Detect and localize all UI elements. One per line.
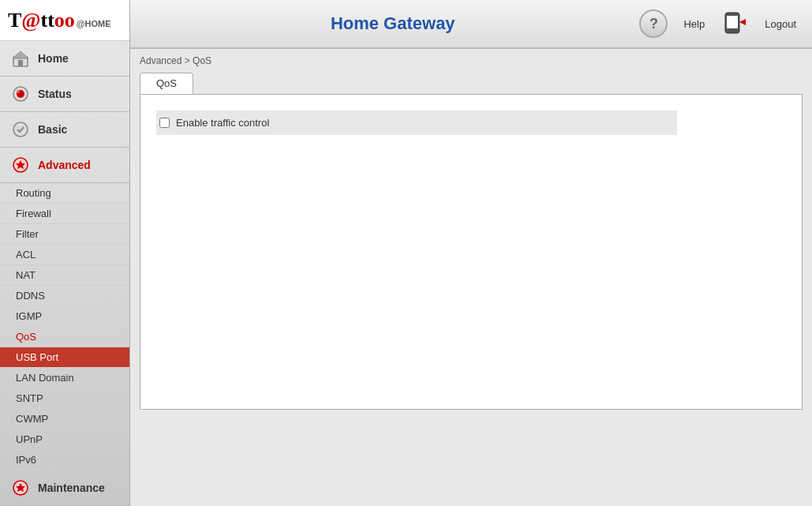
traffic-control-row: Enable traffic control [156,111,677,135]
sidebar-sub-igmp[interactable]: IGMP [0,306,129,327]
enable-traffic-control-checkbox[interactable] [159,118,170,128]
sidebar-sub-qos[interactable]: QoS [0,327,129,347]
breadcrumb: Advanced > QoS [130,49,812,73]
sidebar-item-basic[interactable]: Basic [0,112,129,148]
home-icon [9,47,32,69]
advanced-icon [9,154,32,176]
main-content: Home Gateway ? Help Logout Advanced > Qo… [130,0,812,506]
help-button[interactable]: Help [683,18,705,30]
sidebar-item-home[interactable]: Home [0,41,129,77]
sidebar: T@ttoo@HOME Home Status [0,0,130,506]
sidebar-sub-ddns[interactable]: DDNS [0,286,129,306]
sidebar-sub-acl[interactable]: ACL [0,245,129,265]
header: Home Gateway ? Help Logout [130,0,812,49]
maintenance-icon [9,477,32,499]
sidebar-sub-firewall[interactable]: Firewall [0,204,129,224]
logo-text: T@ttoo@HOME [8,9,111,32]
sidebar-sub-sntp[interactable]: SNTP [0,388,129,409]
sidebar-sub-landomain[interactable]: LAN Domain [0,368,129,388]
sidebar-sub-nat[interactable]: NAT [0,265,129,286]
content-area: Advanced > QoS QoS Enable traffic contro… [130,49,812,506]
logout-button[interactable]: Logout [765,18,796,30]
phone-icon [720,9,749,38]
sidebar-item-status-label: Status [38,88,72,100]
sidebar-sub-upnp[interactable]: UPnP [0,429,129,450]
sidebar-sub-ipv6[interactable]: IPv6 [0,450,129,470]
basic-icon [9,118,32,141]
sidebar-item-status[interactable]: Status [0,77,129,112]
header-actions: ? Help Logout [639,9,796,38]
svg-point-5 [17,90,20,93]
sidebar-item-maintenance-label: Maintenance [38,482,105,494]
sidebar-sub-filter[interactable]: Filter [0,224,129,245]
content-panel: Enable traffic control [140,94,803,410]
help-icon[interactable]: ? [639,9,668,38]
svg-marker-11 [739,19,746,25]
svg-rect-10 [727,16,738,28]
sidebar-sub-usbport[interactable]: USB Port [0,347,129,368]
svg-marker-1 [13,51,28,58]
sidebar-sub-cwmp[interactable]: CWMP [0,409,129,429]
sidebar-item-advanced[interactable]: Advanced [0,148,129,183]
sidebar-item-basic-label: Basic [38,123,67,136]
svg-rect-2 [18,60,23,66]
svg-point-6 [13,122,28,137]
tab-qos[interactable]: QoS [140,73,193,94]
sidebar-sub-routing[interactable]: Routing [0,183,129,204]
logo-area: T@ttoo@HOME [0,0,129,41]
tab-bar: QoS [130,73,812,94]
sidebar-item-home-label: Home [38,52,69,65]
traffic-control-label: Enable traffic control [176,117,269,129]
sidebar-item-maintenance[interactable]: Maintenance [0,470,129,506]
logo-home-label: @HOME [77,19,111,28]
page-title: Home Gateway [146,13,639,34]
status-icon [9,83,32,105]
sidebar-item-advanced-label: Advanced [38,159,91,171]
